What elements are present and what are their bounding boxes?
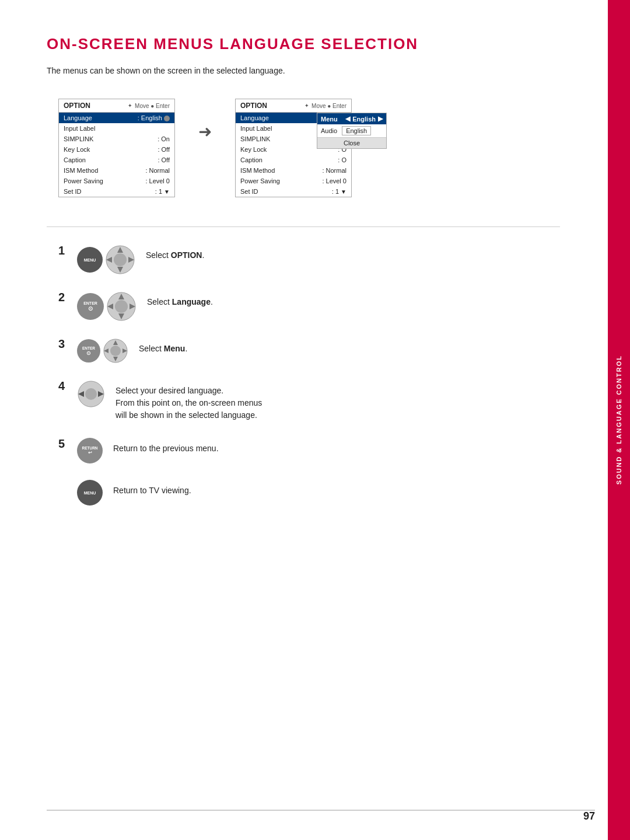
diagram-left-row-simplink: SIMPLINK : On — [59, 134, 174, 144]
step-1-icons: MENU — [77, 245, 135, 275]
step-5: 5 RETURN ↩ Return to the previous menu. — [58, 438, 560, 463]
diagram-right-nav: ✦ Move ● Enter — [304, 103, 346, 109]
diagram-left-row-keylock: Key Lock : Off — [59, 144, 174, 155]
diagram-left-row-setid: Set ID : 1 ▼ — [59, 186, 174, 197]
menu-button-icon-last: MENU — [77, 480, 103, 506]
diagram-left-row-language: Language : English — [59, 113, 174, 123]
step-4-text: Select your desired language.From this p… — [116, 380, 262, 421]
step-2-text: Select Language. — [147, 291, 213, 308]
step-3-text: Select Menu. — [139, 338, 187, 355]
diagram-left-row-caption: Caption : Off — [59, 155, 174, 165]
diagram-left: OPTION ✦ Move ● Enter Language : English… — [58, 99, 175, 197]
diagram-left-row-ism: ISM Method : Normal — [59, 165, 174, 176]
diagram-right: OPTION ✦ Move ● Enter Language : En Inpu… — [235, 99, 352, 197]
popup-nav-arrows: ◀ English ▶ — [345, 115, 383, 123]
diagram-left-header: OPTION ✦ Move ● Enter — [59, 99, 174, 113]
step-5-number: 5 — [58, 438, 66, 449]
enter-button-icon-3: ENTER ⊙ — [77, 339, 100, 363]
step-4-icons — [77, 380, 105, 408]
diagram-right-row-caption: Caption : O — [236, 155, 351, 165]
step-4: 4 Select your desired language.From this… — [58, 380, 560, 421]
svg-point-21 — [85, 388, 97, 400]
popup-menu: Menu ◀ English ▶ Audio English Close — [317, 113, 387, 149]
diagram-right-title: OPTION — [240, 102, 267, 110]
step-1-text: Select OPTION. — [146, 245, 204, 262]
diagram-right-row-ism: ISM Method : Normal — [236, 165, 351, 176]
diagram-left-row-inputlabel: Input Label — [59, 123, 174, 134]
step-2-number: 2 — [58, 291, 66, 303]
nav-wheel-icon-1 — [105, 245, 135, 275]
svg-point-11 — [115, 300, 128, 313]
diagram-left-row-power: Power Saving : Level 0 — [59, 176, 174, 186]
page-title: ON-SCREEN MENUS LANGUAGE SELECTION — [47, 35, 560, 53]
arrow-right-icon: ➜ — [198, 99, 212, 141]
step-5-icons: RETURN ↩ — [77, 438, 103, 463]
diagram-right-row-power: Power Saving : Level 0 — [236, 176, 351, 186]
subtitle: The menus can be shown on the screen in … — [47, 66, 560, 75]
step-menu-text: Return to TV viewing. — [113, 480, 191, 497]
right-sidebar: SOUND & LANGUAGE CONTROL — [608, 0, 630, 840]
nav-wheel-icon-3 — [103, 338, 128, 364]
popup-close-btn[interactable]: Close — [317, 137, 386, 148]
step-5-text: Return to the previous menu. — [113, 438, 219, 455]
diagrams-row: OPTION ✦ Move ● Enter Language : English… — [58, 99, 560, 197]
step-3-number: 3 — [58, 338, 66, 350]
step-1: 1 MENU — [58, 245, 560, 275]
step-menu-last: x MENU Return to TV viewing. — [58, 480, 560, 506]
diagram-left-nav: ✦ Move ● Enter — [128, 103, 170, 109]
step-1-number: 1 — [58, 245, 66, 256]
step-2: 2 ENTER ⊙ — [58, 291, 560, 322]
nav-lr-icon — [77, 380, 105, 408]
bottom-divider — [47, 810, 595, 811]
diagram-left-title: OPTION — [64, 102, 90, 110]
svg-point-5 — [114, 253, 127, 266]
enter-button-icon-2: ENTER ⊙ — [77, 293, 104, 320]
divider — [47, 226, 560, 227]
step-3-icons: ENTER ⊙ — [77, 338, 128, 364]
step-3: 3 ENTER ⊙ — [58, 338, 560, 364]
return-button-icon: RETURN ↩ — [77, 438, 103, 463]
diagram-right-row-setid: Set ID : 1 ▼ — [236, 186, 351, 197]
step-2-icons: ENTER ⊙ — [77, 291, 136, 322]
step-menu-icons: MENU — [77, 480, 103, 506]
menu-button-icon: MENU — [77, 247, 103, 273]
steps-section: 1 MENU — [58, 245, 560, 506]
step-4-number: 4 — [58, 380, 66, 392]
diagram-right-header: OPTION ✦ Move ● Enter — [236, 99, 351, 113]
svg-point-17 — [110, 346, 121, 356]
sidebar-label: SOUND & LANGUAGE CONTROL — [615, 355, 622, 485]
page-number: 97 — [583, 810, 595, 822]
popup-audio-row: Audio English — [317, 124, 386, 137]
popup-header: Menu ◀ English ▶ — [317, 113, 386, 124]
nav-wheel-icon-2 — [106, 291, 136, 322]
